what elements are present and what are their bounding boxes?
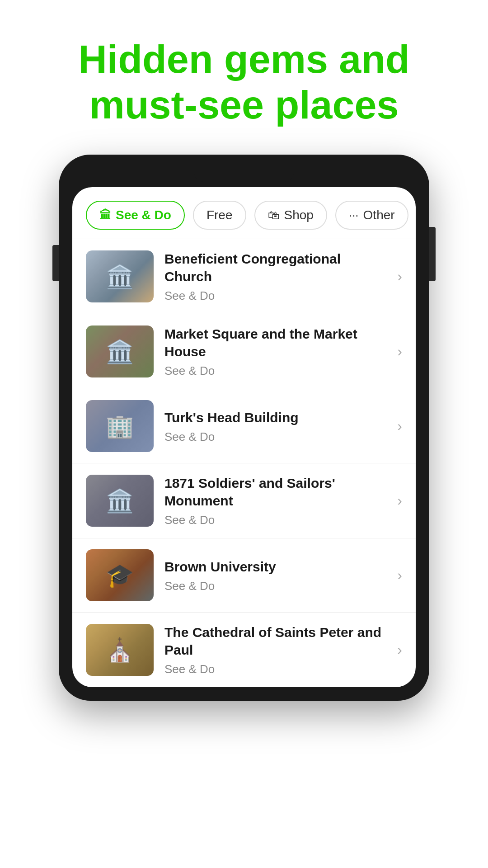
item-thumbnail <box>86 400 154 452</box>
tab-shop[interactable]: 🛍 Shop <box>254 201 327 230</box>
item-thumbnail <box>86 250 154 302</box>
item-title: The Cathedral of Saints Peter and Paul <box>164 623 386 659</box>
item-text: Beneficient Congregational Church See & … <box>164 250 386 303</box>
item-category: See & Do <box>164 289 386 303</box>
tab-see-do[interactable]: 🏛 See & Do <box>86 201 185 230</box>
item-category: See & Do <box>164 364 386 378</box>
item-title: 1871 Soldiers' and Sailors' Monument <box>164 474 386 509</box>
item-category: See & Do <box>164 662 386 676</box>
item-text: The Cathedral of Saints Peter and Paul S… <box>164 623 386 676</box>
item-text: Brown University See & Do <box>164 558 386 593</box>
item-title: Beneficient Congregational Church <box>164 250 386 285</box>
item-thumbnail <box>86 326 154 377</box>
bank-icon: 🏛 <box>99 208 111 222</box>
chevron-right-icon: › <box>397 492 402 509</box>
tab-other[interactable]: ··· Other <box>335 201 408 230</box>
chevron-right-icon: › <box>397 567 402 584</box>
dots-icon: ··· <box>349 208 359 222</box>
tab-free[interactable]: Free <box>193 201 246 230</box>
bag-icon: 🛍 <box>268 208 280 222</box>
chevron-right-icon: › <box>397 268 402 285</box>
item-text: Market Square and the Market House See &… <box>164 325 386 378</box>
list-item[interactable]: 1871 Soldiers' and Sailors' Monument See… <box>72 463 416 538</box>
list-item[interactable]: The Cathedral of Saints Peter and Paul S… <box>72 613 416 687</box>
hero-title: Hidden gems and must-see places <box>0 0 488 155</box>
item-category: See & Do <box>164 430 386 444</box>
list-item[interactable]: Brown University See & Do › <box>72 538 416 613</box>
item-category: See & Do <box>164 579 386 593</box>
item-thumbnail <box>86 549 154 601</box>
item-title: Brown University <box>164 558 386 576</box>
item-thumbnail <box>86 475 154 527</box>
item-text: 1871 Soldiers' and Sailors' Monument See… <box>164 474 386 527</box>
chevron-right-icon: › <box>397 343 402 360</box>
list-item[interactable]: Turk's Head Building See & Do › <box>72 389 416 463</box>
list-item[interactable]: Beneficient Congregational Church See & … <box>72 239 416 314</box>
filter-bar: 🏛 See & Do Free 🛍 Shop ··· Other <box>72 187 416 239</box>
phone-screen: 🏛 See & Do Free 🛍 Shop ··· Other Benef <box>72 187 416 687</box>
phone-mockup: 🏛 See & Do Free 🛍 Shop ··· Other Benef <box>59 155 429 701</box>
tab-other-label: Other <box>363 208 395 222</box>
chevron-right-icon: › <box>397 418 402 434</box>
item-category: See & Do <box>164 513 386 527</box>
item-text: Turk's Head Building See & Do <box>164 409 386 444</box>
places-list: Beneficient Congregational Church See & … <box>72 239 416 687</box>
chevron-right-icon: › <box>397 642 402 658</box>
item-title: Turk's Head Building <box>164 409 386 426</box>
phone-notch <box>194 168 294 182</box>
item-title: Market Square and the Market House <box>164 325 386 360</box>
tab-see-do-label: See & Do <box>116 208 171 222</box>
item-thumbnail <box>86 624 154 676</box>
tab-shop-label: Shop <box>284 208 314 222</box>
list-item[interactable]: Market Square and the Market House See &… <box>72 314 416 389</box>
tab-free-label: Free <box>206 208 233 222</box>
